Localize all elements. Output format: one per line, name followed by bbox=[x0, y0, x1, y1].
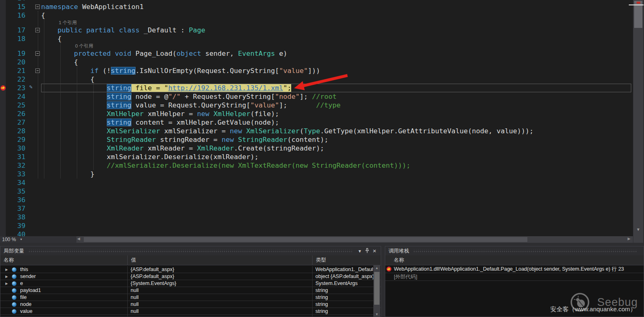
breakpoint-current-statement-icon[interactable] bbox=[0, 85, 6, 91]
code-line[interactable]: 36 bbox=[0, 196, 633, 204]
variable-row[interactable]: ▶e{System.EventArgs}System.EventArgs bbox=[0, 280, 381, 287]
line-indicator-margin[interactable] bbox=[0, 11, 6, 20]
locals-panel-titlebar[interactable]: 局部变量 ▼ × bbox=[0, 246, 381, 255]
code-line[interactable]: 30 XmlReader xmlReader = XmlReader.Creat… bbox=[0, 144, 633, 153]
line-indicator-margin[interactable] bbox=[0, 49, 6, 58]
column-header-name[interactable]: 名称 bbox=[385, 255, 644, 265]
column-header-type[interactable]: 类型 bbox=[313, 255, 381, 265]
code-line[interactable]: 39 bbox=[0, 221, 633, 230]
column-header-name[interactable]: 名称 bbox=[0, 255, 128, 265]
line-indicator-margin[interactable] bbox=[0, 26, 6, 34]
line-indicator-margin[interactable] bbox=[0, 135, 6, 144]
code-line[interactable]: 23✎ string file = "http://192.168.231.13… bbox=[0, 84, 633, 92]
expand-arrow-icon[interactable]: ▶ bbox=[5, 282, 12, 285]
callstack-panel-titlebar[interactable]: 调用堆栈 bbox=[385, 246, 644, 255]
line-indicator-margin[interactable] bbox=[0, 187, 6, 196]
code-line[interactable]: 40 bbox=[0, 230, 633, 236]
line-indicator-margin[interactable] bbox=[0, 75, 6, 84]
line-indicator-margin[interactable] bbox=[0, 101, 6, 109]
code-line[interactable]: 34 bbox=[0, 178, 633, 187]
variable-value[interactable]: null bbox=[128, 301, 313, 308]
code-line[interactable]: 20 { bbox=[0, 58, 633, 66]
line-indicator-margin[interactable] bbox=[0, 84, 6, 92]
codelens-reference-count[interactable]: 1 个引用 bbox=[0, 20, 633, 26]
code-line[interactable]: 31 xmlSerializer.Deserialize(xmlReader); bbox=[0, 153, 633, 161]
variable-value[interactable]: {ASP.default_aspx} bbox=[128, 273, 313, 280]
fold-collapse-toggle[interactable] bbox=[35, 5, 40, 9]
line-indicator-margin[interactable] bbox=[0, 66, 6, 75]
code-line[interactable]: 18 { bbox=[0, 34, 633, 43]
line-indicator-margin[interactable] bbox=[0, 196, 6, 204]
line-indicator-margin[interactable] bbox=[0, 34, 6, 43]
stack-frame-row[interactable]: WebApplication1.dll!WebApplication1._Def… bbox=[385, 265, 644, 273]
zoom-level-select[interactable]: 100 % ▼ bbox=[0, 236, 76, 243]
line-indicator-margin[interactable] bbox=[0, 144, 6, 153]
code-editor[interactable]: 1415namespace WebApplication116{1 个引用17 … bbox=[0, 0, 633, 236]
line-indicator-margin[interactable] bbox=[0, 230, 6, 236]
scroll-right-arrow-icon[interactable]: ▶ bbox=[628, 237, 630, 241]
variable-row[interactable]: ▶this{ASP.default_aspx}WebApplication1._… bbox=[0, 266, 381, 273]
scroll-down-arrow-icon[interactable]: ▼ bbox=[633, 227, 643, 232]
variable-row[interactable]: filenullstring bbox=[0, 294, 381, 301]
line-indicator-margin[interactable] bbox=[0, 170, 6, 178]
code-line[interactable]: 22 { bbox=[0, 75, 633, 84]
code-line[interactable]: 38 bbox=[0, 213, 633, 221]
variable-value[interactable]: {System.EventArgs} bbox=[128, 280, 313, 287]
variable-row[interactable]: nodenullstring bbox=[0, 301, 381, 308]
variable-row[interactable]: payload1nullstring bbox=[0, 287, 381, 294]
line-indicator-margin[interactable] bbox=[0, 118, 6, 127]
line-indicator-margin[interactable] bbox=[0, 109, 6, 118]
locals-scrollbar-thumb[interactable] bbox=[374, 272, 380, 305]
variable-value[interactable] bbox=[128, 315, 313, 317]
editor-horizontal-scrollbar[interactable]: 100 % ▼ ◀ ▶ bbox=[0, 236, 633, 243]
line-indicator-margin[interactable] bbox=[0, 213, 6, 221]
code-line[interactable]: 29 StringReader stringReader = new Strin… bbox=[0, 135, 633, 144]
line-indicator-margin[interactable] bbox=[0, 127, 6, 135]
variable-value[interactable]: null bbox=[128, 294, 313, 301]
code-line[interactable]: 19 protected void Page_Load(object sende… bbox=[0, 49, 633, 58]
line-indicator-margin[interactable] bbox=[0, 2, 6, 11]
column-header-value[interactable]: 值 bbox=[128, 255, 313, 265]
code-line[interactable]: 26 XmlHelper xmlHelper = new XmlHelper(f… bbox=[0, 109, 633, 118]
variable-value[interactable]: {ASP.default_aspx} bbox=[128, 266, 313, 273]
locals-vertical-scrollbar[interactable]: ▲ ▼ bbox=[373, 265, 380, 317]
scroll-left-arrow-icon[interactable]: ◀ bbox=[77, 237, 80, 241]
stack-frame-row[interactable]: [外部代码] bbox=[385, 273, 644, 281]
line-indicator-margin[interactable] bbox=[0, 221, 6, 230]
code-line[interactable]: 15namespace WebApplication1 bbox=[0, 2, 633, 11]
horizontal-scrollbar-thumb[interactable] bbox=[84, 237, 527, 242]
fold-collapse-toggle[interactable] bbox=[35, 51, 40, 56]
chevron-down-icon[interactable]: ▼ bbox=[20, 236, 23, 243]
variable-value[interactable]: null bbox=[128, 287, 313, 294]
code-line[interactable]: 21 if (!string.IsNullOrEmpty(Request.Que… bbox=[0, 66, 633, 75]
variable-row[interactable]: ▶sender{ASP.default_aspx}object {ASP.def… bbox=[0, 273, 381, 280]
code-line[interactable]: 37 bbox=[0, 204, 633, 213]
code-line[interactable]: 28 XmlSerializer xmlSerializer = new Xml… bbox=[0, 127, 633, 135]
codelens-reference-count[interactable]: 0 个引用 bbox=[0, 43, 633, 49]
variable-value[interactable]: null bbox=[128, 308, 313, 315]
variable-row[interactable]: valuenullstring bbox=[0, 308, 381, 315]
code-line[interactable]: 25 string value = Request.QueryString["v… bbox=[0, 101, 633, 109]
window-position-menu-icon[interactable]: ▼ bbox=[356, 249, 363, 253]
code-line[interactable]: 27 string content = xmlHelper.GetValue(n… bbox=[0, 118, 633, 127]
close-icon[interactable]: × bbox=[371, 249, 378, 253]
code-line[interactable]: 17 public partial class _Default : Page bbox=[0, 26, 633, 34]
code-line[interactable]: 24 string node = @"/" + Request.QueryStr… bbox=[0, 92, 633, 101]
line-indicator-margin[interactable] bbox=[0, 153, 6, 161]
fold-collapse-toggle[interactable] bbox=[35, 28, 40, 32]
fold-collapse-toggle[interactable] bbox=[35, 68, 40, 73]
expand-arrow-icon[interactable]: ▶ bbox=[5, 275, 12, 278]
line-indicator-margin[interactable] bbox=[0, 58, 6, 66]
editor-vertical-scrollbar[interactable]: ▼ bbox=[633, 0, 643, 243]
code-line[interactable]: 16{ bbox=[0, 11, 633, 20]
expand-arrow-icon[interactable]: ▶ bbox=[5, 268, 12, 271]
pin-icon[interactable] bbox=[363, 248, 371, 254]
code-line[interactable]: 32 //xmlSerializer.Deserialize(new XmlTe… bbox=[0, 161, 633, 170]
scroll-up-arrow-icon[interactable]: ▲ bbox=[373, 266, 380, 270]
code-line[interactable]: 33 } bbox=[0, 170, 633, 178]
scroll-down-arrow-icon[interactable]: ▼ bbox=[373, 312, 380, 316]
line-indicator-margin[interactable] bbox=[0, 161, 6, 170]
line-indicator-margin[interactable] bbox=[0, 92, 6, 101]
line-indicator-margin[interactable] bbox=[0, 204, 6, 213]
line-indicator-margin[interactable] bbox=[0, 178, 6, 187]
